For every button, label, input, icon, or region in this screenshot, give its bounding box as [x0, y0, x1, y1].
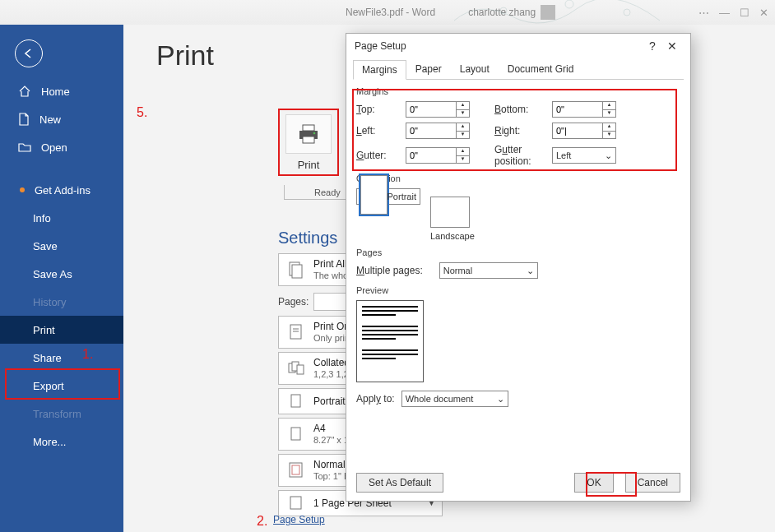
- titlebar: NewFile3.pdf - Word charlotte zhang ⋯ — …: [0, 0, 775, 25]
- user-name: charlotte zhang: [468, 7, 536, 18]
- close-icon[interactable]: ✕: [759, 7, 768, 19]
- orientation-portrait[interactable]: Portrait: [356, 188, 420, 205]
- dialog-title: Page Setup: [355, 40, 406, 52]
- svg-rect-19: [290, 497, 301, 509]
- sidebar-item-addins[interactable]: Get Add-ins: [0, 176, 123, 204]
- fieldset-preview: Preview: [356, 285, 680, 382]
- collate-icon: [285, 358, 307, 379]
- addins-badge-icon: [20, 187, 25, 192]
- annotation-2: 2.: [257, 514, 267, 529]
- sidebar-item-transform: Transform: [0, 400, 123, 428]
- avatar[interactable]: [541, 5, 555, 20]
- annotation-box-1: [5, 368, 120, 400]
- svg-point-1: [565, 0, 573, 8]
- lbl-apply: Apply to:: [356, 393, 395, 405]
- ribbon-options-icon[interactable]: ⋯: [698, 7, 709, 19]
- sidebar-item-home[interactable]: Home: [0, 77, 123, 105]
- sidebar-label: More...: [33, 436, 66, 448]
- tab-docgrid[interactable]: Document Grid: [499, 59, 583, 79]
- sidebar-label: History: [33, 296, 66, 308]
- oneside-icon: [285, 322, 307, 343]
- portrait-icon: [285, 391, 307, 412]
- page-setup-link[interactable]: Page Setup: [273, 514, 325, 525]
- sidebar-label: Save: [33, 240, 58, 252]
- svg-point-2: [624, 9, 630, 16]
- svg-rect-8: [292, 265, 302, 278]
- settings-heading: Settings: [278, 229, 337, 247]
- annotation-box-4: [586, 472, 637, 497]
- select-apply-to[interactable]: Whole document⌄: [401, 391, 508, 407]
- print-button-label: Print: [298, 159, 320, 171]
- sidebar-label: Get Add-ins: [35, 184, 90, 197]
- set-default-button[interactable]: Set As Default: [356, 473, 443, 493]
- sidebar-label: New: [39, 113, 61, 126]
- sidebar-item-saveas[interactable]: Save As: [0, 260, 123, 288]
- back-button[interactable]: [15, 39, 43, 67]
- sidebar-label: Info: [33, 212, 51, 224]
- pages-icon: [285, 259, 307, 280]
- minimize-icon[interactable]: —: [719, 7, 730, 19]
- sidebar-label: Share: [33, 352, 62, 364]
- sidebar-label: Home: [41, 86, 70, 98]
- sidebar-label: Transform: [33, 408, 81, 420]
- margins-icon: [285, 460, 307, 481]
- sidebar-label: Open: [41, 141, 67, 154]
- sheet-icon: [285, 493, 307, 514]
- svg-point-6: [313, 132, 316, 134]
- apply-to-row: Apply to: Whole document⌄: [356, 391, 680, 407]
- select-multiple-pages[interactable]: Normal⌄: [439, 262, 538, 279]
- svg-rect-4: [303, 125, 314, 131]
- sidebar-item-print[interactable]: Print: [0, 316, 123, 344]
- svg-rect-16: [291, 428, 300, 440]
- sidebar-label: Save As: [33, 268, 72, 280]
- sidebar-item-more[interactable]: More...: [0, 428, 123, 456]
- orientation-landscape[interactable]: Landscape: [430, 188, 475, 241]
- doc-title: NewFile3.pdf - Word: [346, 7, 435, 18]
- print-button[interactable]: Print: [278, 109, 339, 176]
- printer-icon: [296, 123, 321, 145]
- annotation-1: 1.: [82, 347, 93, 362]
- sidebar-item-save[interactable]: Save: [0, 232, 123, 260]
- sidebar-item-info[interactable]: Info: [0, 204, 123, 232]
- lbl-multiple: Multiple pages:: [356, 265, 423, 276]
- tab-layout[interactable]: Layout: [451, 59, 499, 79]
- sidebar-item-history: History: [0, 288, 123, 316]
- sidebar-label: Print: [33, 324, 55, 336]
- user-area[interactable]: charlotte zhang: [468, 5, 555, 20]
- pages-label: Pages:: [278, 296, 309, 308]
- dialog-close-button[interactable]: ✕: [662, 39, 682, 53]
- sidebar-item-share[interactable]: Share: [0, 344, 123, 372]
- fieldset-pages: Pages Multiple pages: Normal⌄: [356, 247, 680, 279]
- svg-rect-15: [291, 395, 300, 407]
- sidebar-item-new[interactable]: New: [0, 105, 123, 133]
- dialog-tabs: Margins Paper Layout Document Grid: [353, 58, 684, 80]
- preview-page: [356, 300, 424, 382]
- sidebar-item-open[interactable]: Open: [0, 133, 123, 161]
- fieldset-orientation: Orientation Portrait Landscape: [356, 173, 680, 241]
- tab-paper[interactable]: Paper: [406, 59, 451, 79]
- svg-rect-14: [297, 365, 304, 374]
- dialog-help-button[interactable]: ?: [643, 39, 662, 53]
- svg-rect-5: [303, 136, 314, 143]
- annotation-5: 5.: [137, 105, 147, 120]
- backstage-sidebar: Home New Open Get Add-ins Info Save Save…: [0, 25, 123, 532]
- annotation-box-3: [352, 89, 677, 171]
- maximize-icon[interactable]: ☐: [740, 7, 749, 19]
- paper-icon: [285, 423, 307, 445]
- tab-margins[interactable]: Margins: [353, 60, 406, 80]
